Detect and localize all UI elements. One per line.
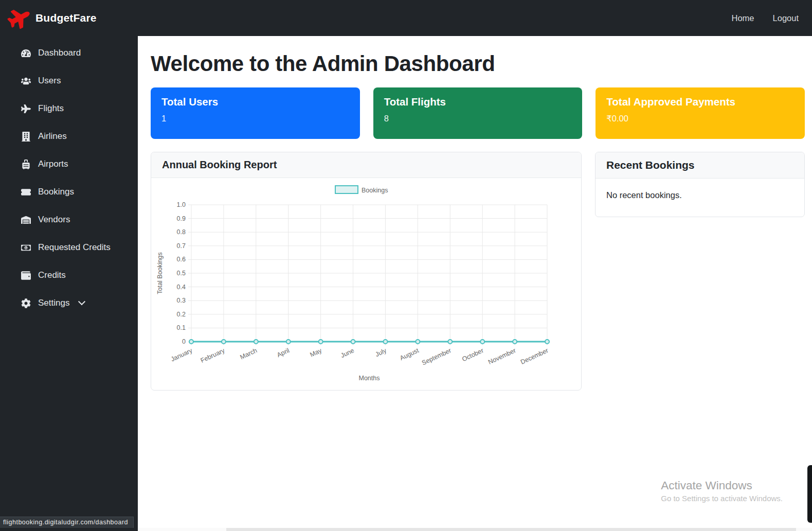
airports-icon [21,159,31,169]
recent-bookings-card: Recent Bookings No recent bookings. [595,152,805,217]
svg-text:0.4: 0.4 [177,284,186,291]
sidebar-item-label: Dashboard [38,47,81,59]
svg-text:Months: Months [359,375,380,382]
sidebar-item-vendors[interactable]: Vendors [0,206,138,234]
sidebar-item-label: Airlines [38,130,67,143]
booking-chart[interactable]: 00.10.20.30.40.50.60.70.80.91.0JanuaryFe… [151,178,581,390]
report-card-title: Annual Booking Report [151,152,581,178]
svg-text:September: September [421,347,452,367]
svg-text:July: July [374,347,388,358]
sidebar: DashboardUsersFlightsAirlinesAirportsBoo… [0,36,138,531]
nav-link-home[interactable]: Home [732,13,754,23]
stat-card-total-approved-payments: Total Approved Payments ₹0.00 [596,87,805,139]
sidebar-item-dashboard[interactable]: Dashboard [0,39,138,67]
sidebar-item-requested-credits[interactable]: Requested Credits [0,234,138,261]
annual-booking-report-card: Annual Booking Report 00.10.20.30.40.50.… [151,152,582,391]
svg-text:0.6: 0.6 [177,256,186,263]
svg-text:Total Bookings: Total Bookings [156,252,164,294]
stat-value: 1 [161,114,349,123]
vendors-icon [21,215,31,225]
svg-text:1.0: 1.0 [177,201,186,208]
sidebar-item-settings[interactable]: Settings [0,289,138,317]
svg-text:0.8: 0.8 [177,228,186,236]
sidebar-item-label: Flights [38,102,64,115]
vertical-scrollbar-thumb[interactable] [807,465,812,523]
svg-text:June: June [339,347,355,359]
svg-text:April: April [276,347,291,359]
booking-chart-svg: 00.10.20.30.40.50.60.70.80.91.0JanuaryFe… [153,182,573,389]
sidebar-item-bookings[interactable]: Bookings [0,178,138,206]
stat-value: 8 [384,114,572,123]
top-navbar: BudgetFare Home Logout [0,0,812,36]
svg-text:0.9: 0.9 [177,215,186,222]
svg-text:Bookings: Bookings [362,187,388,194]
recent-bookings-title: Recent Bookings [596,152,804,179]
sidebar-item-airports[interactable]: Airports [0,150,138,178]
stat-label: Total Flights [384,96,572,108]
brand[interactable]: BudgetFare [7,6,97,30]
watermark-line1: Activate Windows [661,479,783,492]
credits-icon [21,270,31,280]
brand-plane-icon [7,6,32,30]
brand-name: BudgetFare [35,12,97,24]
stat-label: Total Users [161,96,349,108]
requested-credits-icon [21,242,31,253]
users-icon [21,76,31,86]
content-row: Annual Booking Report 00.10.20.30.40.50.… [151,152,805,391]
sidebar-nav: DashboardUsersFlightsAirlinesAirportsBoo… [0,36,138,317]
top-nav-links: Home Logout [732,13,799,23]
svg-text:May: May [309,347,323,359]
sidebar-item-airlines[interactable]: Airlines [0,122,138,150]
sidebar-item-label: Users [38,75,61,87]
horizontal-scrollbar[interactable] [138,528,812,531]
nav-link-logout[interactable]: Logout [773,13,799,23]
svg-text:January: January [170,347,194,363]
recent-bookings-empty-message: No recent bookings. [596,179,804,217]
svg-text:0.2: 0.2 [177,311,186,318]
svg-text:0.5: 0.5 [177,270,186,277]
svg-text:October: October [461,347,484,363]
watermark-line2: Go to Settings to activate Windows. [661,494,783,503]
sidebar-item-label: Airports [38,158,68,170]
stat-card-total-users: Total Users 1 [151,87,360,139]
sidebar-item-label: Bookings [38,186,74,198]
sidebar-item-label: Requested Credits [38,241,111,254]
svg-text:November: November [487,347,517,366]
sidebar-item-label: Settings [38,297,69,309]
svg-text:0.3: 0.3 [177,297,186,304]
sidebar-item-label: Credits [38,269,66,281]
svg-text:August: August [399,347,420,362]
stats-row: Total Users 1 Total Flights 8 Total Appr… [151,87,805,139]
browser-status-url: flightbooking.digitaludgir.com/dashboard [0,517,134,528]
page-title: Welcome to the Admin Dashboard [151,51,805,76]
dashboard-icon [21,48,31,58]
sidebar-item-label: Vendors [38,214,70,226]
settings-icon [21,298,31,308]
stat-card-total-flights: Total Flights 8 [373,87,583,139]
sidebar-item-users[interactable]: Users [0,67,138,95]
sidebar-item-credits[interactable]: Credits [0,261,138,289]
activate-windows-watermark: Activate Windows Go to Settings to activ… [661,479,783,503]
bookings-icon [21,187,31,197]
svg-text:0.1: 0.1 [177,324,186,331]
svg-text:December: December [519,347,549,366]
chevron-down-icon [78,298,85,305]
flights-icon [21,103,31,114]
airlines-icon [21,131,31,141]
svg-text:March: March [239,347,258,361]
stat-value: ₹0.00 [606,114,794,123]
main-content: Welcome to the Admin Dashboard Total Use… [138,36,812,531]
stat-label: Total Approved Payments [606,96,794,108]
horizontal-scrollbar-thumb[interactable] [226,528,796,531]
svg-text:0.7: 0.7 [177,242,186,250]
sidebar-item-flights[interactable]: Flights [0,95,138,122]
svg-text:February: February [200,347,226,364]
svg-text:0: 0 [182,338,186,345]
